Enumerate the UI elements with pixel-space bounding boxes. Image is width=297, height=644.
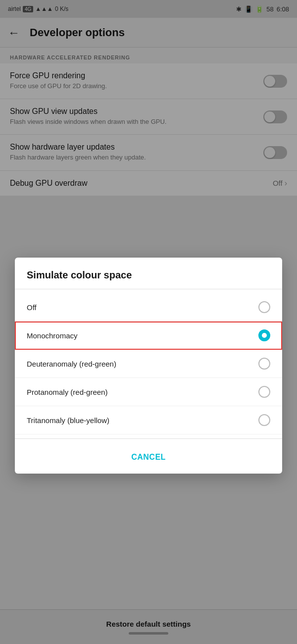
dialog-actions: CANCEL (15, 443, 282, 474)
option-monochromacy-radio[interactable] (258, 329, 270, 341)
option-deuteranomaly-radio[interactable] (258, 358, 270, 370)
dialog-actions-divider (15, 438, 282, 439)
option-monochromacy-label: Monochromacy (27, 331, 78, 340)
cancel-button[interactable]: CANCEL (119, 449, 178, 466)
simulate-colour-dialog: Simulate colour space Off Monochromacy D… (15, 258, 282, 474)
option-protanomaly[interactable]: Protanomaly (red-green) (15, 378, 282, 406)
option-off-label: Off (27, 303, 37, 312)
option-tritanomaly-label: Tritanomaly (blue-yellow) (27, 416, 109, 425)
option-off[interactable]: Off (15, 293, 282, 322)
option-tritanomaly[interactable]: Tritanomaly (blue-yellow) (15, 406, 282, 434)
dialog-divider (15, 289, 282, 289)
option-monochromacy[interactable]: Monochromacy (15, 322, 282, 350)
option-deuteranomaly[interactable]: Deuteranomaly (red-green) (15, 350, 282, 378)
option-protanomaly-label: Protanomaly (red-green) (27, 388, 107, 396)
option-deuteranomaly-label: Deuteranomaly (red-green) (27, 360, 116, 368)
option-tritanomaly-radio[interactable] (258, 414, 270, 426)
option-off-radio[interactable] (258, 301, 270, 313)
dialog-title: Simulate colour space (15, 258, 282, 285)
option-protanomaly-radio[interactable] (258, 386, 270, 398)
